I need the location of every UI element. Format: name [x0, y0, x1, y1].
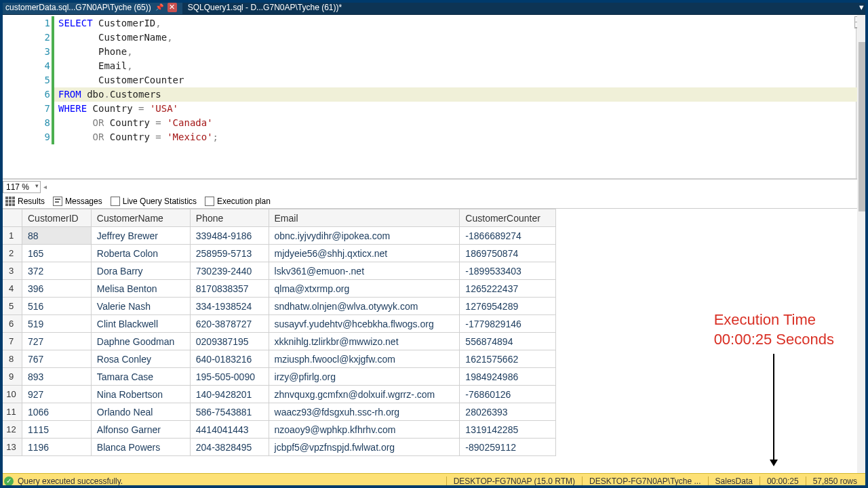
grid-icon: [5, 197, 15, 206]
table-row[interactable]: 8767Rosa Conley640-0183216mziusph.fwoocl…: [1, 350, 556, 368]
results-tab-bar: Results Messages Live Query Statistics E…: [0, 194, 868, 209]
table-row[interactable]: 4396Melisa Benton8170838357qlma@xtxrmp.o…: [1, 280, 556, 298]
status-server: DESKTOP-FG7N0AP (15.0 RTM): [446, 476, 582, 486]
table-row[interactable]: 131196Blanca Powers204-3828495jcbpf5@vpz…: [1, 439, 556, 456]
table-row[interactable]: 7727Daphne Goodman0209387195xkknihlg.tzl…: [1, 333, 556, 350]
status-database: SalesData: [708, 476, 760, 486]
line-gutter: 123456789: [0, 15, 54, 178]
table-row[interactable]: 111066Orlando Neal586-7543881waacz93@fds…: [1, 403, 556, 421]
success-icon: ✓: [4, 476, 14, 486]
annotation-text: Execution Time 00:00:25 Seconds: [714, 310, 834, 349]
window-scrollbar[interactable]: [857, 15, 868, 476]
close-icon[interactable]: ✕: [167, 3, 177, 12]
status-message: Query executed successfully.: [18, 476, 123, 486]
table-row[interactable]: 6519Clint Blackwell620-3878727susayvf.yu…: [1, 315, 556, 333]
scroll-left-icon[interactable]: ◂: [43, 183, 47, 190]
status-time: 00:00:25: [760, 476, 806, 486]
tab-execution-plan[interactable]: Execution plan: [205, 197, 271, 206]
tab-messages[interactable]: Messages: [53, 197, 102, 206]
zoom-combo[interactable]: 117 %: [3, 181, 41, 193]
tab-live-stats[interactable]: Live Query Statistics: [111, 197, 197, 206]
col-header[interactable]: Phone: [190, 209, 269, 227]
tab-customerdata[interactable]: customerData.sql...G7N0AP\Tyche (65)) 📌 …: [0, 0, 182, 14]
col-header[interactable]: Email: [269, 209, 460, 227]
table-row[interactable]: 3372Dora Barry730239-2440lskv361@emuon-.…: [1, 262, 556, 280]
tab-label: SQLQuery1.sql - D...G7N0AP\Tyche (61))*: [188, 3, 342, 12]
status-rows: 57,850 rows: [806, 476, 864, 486]
results-grid[interactable]: CustomerIDCustomerNamePhoneEmailCustomer…: [0, 209, 556, 456]
table-row[interactable]: 5516Valerie Nash334-1938524sndhatw.olnje…: [1, 298, 556, 315]
editor-zoom-bar: 117 % ◂ ▸: [0, 179, 868, 194]
tab-bar: customerData.sql...G7N0AP\Tyche (65)) 📌 …: [0, 0, 868, 15]
sql-editor: 123456789 SELECT CustomerID, CustomerNam…: [0, 15, 868, 179]
tab-label: customerData.sql...G7N0AP\Tyche (65)): [5, 3, 151, 12]
tab-overflow-dropdown[interactable]: ▾: [855, 0, 868, 14]
table-row[interactable]: 121115Alfonso Garner4414041443nzoaoy9@wp…: [1, 421, 556, 439]
col-header[interactable]: CustomerCounter: [460, 209, 556, 227]
status-connection: DESKTOP-FG7N0AP\Tyche ...: [582, 476, 708, 486]
table-row[interactable]: 10927Nina Robertson140-9428201zhnvquxg.g…: [1, 386, 556, 403]
pin-icon[interactable]: 📌: [155, 3, 163, 11]
table-row[interactable]: 9893Tamara Case195-505-0090irzy@pfirlg.o…: [1, 368, 556, 386]
messages-icon: [53, 197, 62, 206]
table-row[interactable]: 188Jeffrey Brewer339484-9186obnc.iyjvydi…: [1, 227, 556, 245]
annotation-arrow-head: [770, 460, 778, 466]
table-row[interactable]: 2165Roberta Colon258959-5713mjdyeie56@sh…: [1, 245, 556, 262]
code-area[interactable]: SELECT CustomerID, CustomerName, Phone, …: [54, 15, 868, 178]
stats-icon: [111, 197, 120, 206]
tab-sqlquery1[interactable]: SQLQuery1.sql - D...G7N0AP\Tyche (61))*: [182, 0, 347, 14]
status-bar: ✓ Query executed successfully. DESKTOP-F…: [0, 473, 868, 488]
tab-results[interactable]: Results: [5, 197, 45, 206]
plan-icon: [205, 197, 214, 206]
col-header[interactable]: CustomerID: [22, 209, 92, 227]
col-header[interactable]: CustomerName: [91, 209, 190, 227]
annotation-arrow: [773, 354, 774, 462]
